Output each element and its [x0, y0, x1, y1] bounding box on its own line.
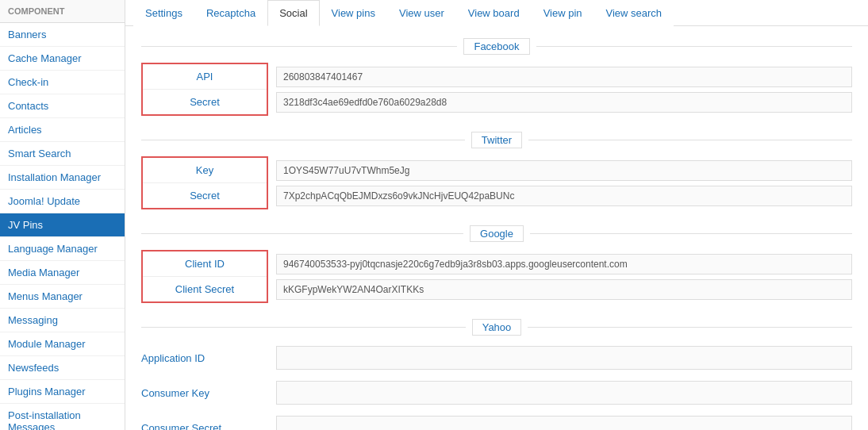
- yahoo-consumerkey-label: Consumer Key: [141, 380, 268, 405]
- sidebar-item-jv-pins[interactable]: JV Pins: [0, 213, 125, 237]
- sidebar-item-cache-manager[interactable]: Cache Manager: [0, 47, 125, 71]
- twitter-key-input[interactable]: [276, 160, 852, 181]
- yahoo-section: Yahoo Application ID Consumer Key Consum…: [141, 319, 852, 430]
- sidebar-item-smart-search[interactable]: Smart Search: [0, 142, 125, 166]
- yahoo-appid-label: Application ID: [141, 345, 268, 370]
- google-inputs: [276, 254, 852, 300]
- google-clientsecret-input[interactable]: [276, 279, 852, 300]
- yahoo-title-row: Yahoo: [141, 319, 852, 336]
- main-content: SettingsRecaptchaSocialView pinsView use…: [125, 0, 868, 430]
- sidebar-item-banners[interactable]: Banners: [0, 23, 125, 47]
- sidebar-item-module-manager[interactable]: Module Manager: [0, 332, 125, 356]
- twitter-key-label: Key: [143, 158, 267, 182]
- tab-view-search[interactable]: View search: [594, 0, 674, 26]
- twitter-title-row: Twitter: [141, 132, 852, 148]
- sidebar-item-media-manager[interactable]: Media Manager: [0, 261, 125, 285]
- yahoo-appid-row: Application ID: [141, 344, 852, 372]
- google-fields-row: Client ID Client Secret: [141, 250, 852, 303]
- facebook-api-input[interactable]: [276, 67, 852, 87]
- tab-social[interactable]: Social: [267, 0, 319, 26]
- divider-left: [141, 233, 463, 234]
- yahoo-title: Yahoo: [472, 319, 522, 336]
- facebook-api-label: API: [143, 64, 267, 89]
- sidebar-item-plugins-manager[interactable]: Plugins Manager: [0, 380, 125, 404]
- google-title-row: Google: [141, 225, 852, 242]
- sidebar: COMPONENT BannersCache ManagerCheck-inCo…: [0, 0, 125, 430]
- google-title: Google: [470, 225, 524, 242]
- facebook-section: Facebook API Secret: [141, 38, 852, 116]
- sidebar-item-menus-manager[interactable]: Menus Manager: [0, 285, 125, 309]
- tab-view-pin[interactable]: View pin: [532, 0, 594, 26]
- facebook-secret-input[interactable]: [276, 92, 852, 113]
- divider-left: [141, 140, 465, 140]
- sidebar-item-articles[interactable]: Articles: [0, 118, 125, 142]
- twitter-secret-input[interactable]: [276, 186, 852, 206]
- yahoo-appid-input[interactable]: [276, 346, 852, 370]
- yahoo-consumerkey-input[interactable]: [276, 381, 852, 405]
- divider-right: [528, 327, 852, 328]
- tab-settings[interactable]: Settings: [133, 0, 194, 26]
- facebook-inputs: [276, 67, 852, 113]
- twitter-label-group: Key Secret: [141, 156, 268, 209]
- sidebar-item-language-manager[interactable]: Language Manager: [0, 237, 125, 261]
- twitter-title: Twitter: [471, 132, 522, 148]
- divider-right: [530, 233, 852, 234]
- twitter-section: Twitter Key Secret: [141, 132, 852, 209]
- yahoo-consumersecret-label: Consumer Secret: [141, 415, 268, 430]
- facebook-title-row: Facebook: [141, 38, 852, 55]
- sidebar-item-installation-manager[interactable]: Installation Manager: [0, 166, 125, 190]
- tab-view-pins[interactable]: View pins: [320, 0, 387, 26]
- sidebar-item-joomla!-update[interactable]: Joomla! Update: [0, 190, 125, 213]
- tab-recaptcha[interactable]: Recaptcha: [194, 0, 267, 26]
- google-clientid-label: Client ID: [143, 251, 267, 276]
- sidebar-item-post-installation-messages[interactable]: Post-installation Messages: [0, 404, 125, 430]
- google-section: Google Client ID Client Secret: [141, 225, 852, 303]
- tab-view-user[interactable]: View user: [387, 0, 456, 26]
- divider-right: [536, 46, 852, 47]
- google-label-group: Client ID Client Secret: [141, 250, 268, 303]
- google-clientsecret-label: Client Secret: [143, 276, 267, 301]
- yahoo-consumersecret-input[interactable]: [276, 416, 852, 430]
- sidebar-item-contacts[interactable]: Contacts: [0, 94, 125, 118]
- sidebar-item-messaging[interactable]: Messaging: [0, 309, 125, 332]
- twitter-fields-row: Key Secret: [141, 156, 852, 209]
- google-clientid-input[interactable]: [276, 254, 852, 275]
- divider-left: [141, 327, 466, 328]
- facebook-label-group: API Secret: [141, 63, 268, 116]
- sidebar-item-newsfeeds[interactable]: Newsfeeds: [0, 356, 125, 380]
- tab-bar: SettingsRecaptchaSocialView pinsView use…: [125, 0, 868, 26]
- twitter-inputs: [276, 160, 852, 206]
- sidebar-header: COMPONENT: [0, 0, 125, 23]
- content-area: Facebook API Secret Twitter: [125, 26, 868, 430]
- facebook-secret-label: Secret: [143, 89, 267, 114]
- facebook-fields-row: API Secret: [141, 63, 852, 116]
- twitter-secret-label: Secret: [143, 182, 267, 208]
- divider-right: [528, 140, 852, 140]
- yahoo-consumerkey-row: Consumer Key: [141, 378, 852, 407]
- yahoo-consumersecret-row: Consumer Secret: [141, 413, 852, 430]
- facebook-title: Facebook: [463, 38, 529, 55]
- tab-view-board[interactable]: View board: [456, 0, 532, 26]
- sidebar-item-check-in[interactable]: Check-in: [0, 71, 125, 94]
- divider-left: [141, 46, 457, 47]
